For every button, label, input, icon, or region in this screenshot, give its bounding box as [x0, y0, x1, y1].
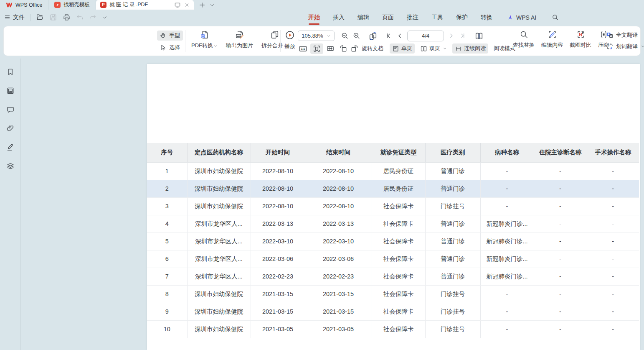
- word-translate-button[interactable]: 字A 划词翻译: [605, 42, 644, 51]
- table-cell: 深圳市妇幼保健院: [187, 180, 251, 197]
- rotate-pages-icon[interactable]: [368, 31, 378, 41]
- table-cell: 2: [147, 180, 187, 197]
- table-cell: 门诊挂号: [425, 285, 480, 303]
- table-cell: -: [534, 320, 587, 338]
- rotate-doc-label[interactable]: 旋转文档: [362, 45, 383, 52]
- table-cell: -: [587, 285, 639, 303]
- col-header: 结束时间: [305, 143, 372, 162]
- attachments-panel-button[interactable]: [5, 123, 16, 134]
- table-cell: 深圳市妇幼保健院: [187, 285, 251, 303]
- first-page-icon[interactable]: [385, 32, 393, 39]
- menu-protect[interactable]: 保护: [456, 11, 468, 24]
- zoom-level-select[interactable]: 105.88%: [298, 31, 335, 41]
- table-cell: 深圳市龙华区人...: [187, 268, 251, 285]
- select-tool-button[interactable]: 选择: [157, 43, 183, 53]
- export-image-button[interactable]: 输出为图片: [226, 26, 253, 49]
- undo-icon[interactable]: [76, 14, 84, 21]
- comments-panel-button[interactable]: [5, 104, 16, 115]
- print-icon[interactable]: [63, 13, 71, 21]
- zoom-out-icon[interactable]: [341, 32, 349, 40]
- edit-content-icon: [548, 30, 557, 39]
- page-number-input[interactable]: 4/4: [407, 31, 444, 41]
- comment-icon: [6, 105, 15, 114]
- continuous-read-button[interactable]: 连续阅读: [452, 43, 488, 54]
- table-cell: 2022-03-06: [305, 250, 372, 268]
- pdf-page[interactable]: 序号 定点医药机构名称 开始时间 结束时间 就诊凭证类型 医疗类别 病种名称 住…: [147, 64, 640, 350]
- bookmarks-panel-button[interactable]: [5, 66, 16, 77]
- docer-icon: [54, 2, 61, 8]
- read-mode-book-icon[interactable]: [474, 31, 484, 41]
- window-tab-bar: WPS Office 找稻壳模板 P 就 医 记 录 .PDF: [0, 0, 644, 10]
- split-merge-icon: [270, 30, 279, 39]
- table-cell: 3: [147, 197, 187, 215]
- open-file-icon[interactable]: [36, 13, 44, 21]
- prev-page-icon[interactable]: [396, 32, 403, 39]
- fit-page-icon: [313, 45, 321, 53]
- table-cell: 8: [147, 285, 187, 303]
- next-page-icon[interactable]: [448, 32, 455, 39]
- fit-page-button[interactable]: [310, 43, 323, 54]
- table-cell: -: [587, 250, 639, 268]
- menu-insert[interactable]: 插入: [332, 11, 345, 24]
- menu-edit[interactable]: 编辑: [357, 11, 370, 24]
- edit-content-button[interactable]: 编辑内容: [541, 26, 563, 49]
- rotate-left-icon[interactable]: [339, 44, 347, 53]
- thumbnails-panel-button[interactable]: [5, 85, 16, 96]
- table-cell: 普通门诊: [425, 180, 480, 197]
- pdf-convert-button[interactable]: W PDF转换: [191, 26, 218, 49]
- monitor-icon[interactable]: [174, 2, 181, 8]
- signature-panel-button[interactable]: [5, 142, 16, 153]
- table-cell: -: [534, 285, 587, 303]
- table-cell: 2022-08-10: [305, 197, 372, 215]
- col-header: 就诊凭证类型: [372, 143, 425, 162]
- tab-wps-office[interactable]: WPS Office: [0, 0, 48, 10]
- split-merge-button[interactable]: 拆分合并: [261, 26, 288, 49]
- save-icon[interactable]: [49, 13, 57, 21]
- menu-comment[interactable]: 批注: [406, 11, 419, 24]
- table-cell: -: [534, 250, 587, 268]
- read-mode-label[interactable]: 阅读模式: [494, 45, 515, 52]
- single-page-button[interactable]: 单页: [390, 43, 415, 54]
- table-cell: 深圳市妇幼保健院: [187, 303, 251, 320]
- table-cell: 社会保障卡: [372, 215, 425, 232]
- layers-panel-button[interactable]: [5, 161, 16, 171]
- play-button[interactable]: 播放: [284, 26, 295, 50]
- menu-tools[interactable]: 工具: [431, 11, 444, 24]
- tab-docer-templates[interactable]: 找稻壳模板: [48, 0, 96, 10]
- menu-home[interactable]: 开始: [308, 11, 320, 24]
- file-menu-button[interactable]: 文件: [4, 14, 25, 21]
- quick-access-toolbar: 文件: [4, 10, 107, 25]
- table-cell: 2021-03-05: [305, 320, 372, 338]
- edit-tools-group: 查找替换 编辑内容 截图对比 压缩: [513, 26, 609, 49]
- menu-pages[interactable]: 页面: [382, 11, 394, 24]
- table-cell: -: [534, 180, 587, 197]
- edit-content-label: 编辑内容: [541, 41, 563, 49]
- divider: [185, 30, 185, 52]
- find-replace-button[interactable]: 查找替换: [513, 26, 535, 49]
- redo-icon[interactable]: [89, 14, 96, 21]
- double-page-button[interactable]: 双页: [418, 43, 449, 54]
- table-cell: -: [534, 232, 587, 250]
- fit-width-icon[interactable]: [326, 44, 335, 53]
- zoom-in-icon[interactable]: [352, 32, 360, 40]
- tab-list-chevron-icon[interactable]: [210, 3, 215, 8]
- close-tab-icon[interactable]: [184, 2, 190, 8]
- zoom-level-value: 105.88%: [302, 33, 323, 39]
- more-commands-chevron-icon[interactable]: [102, 15, 107, 20]
- hand-tool-button[interactable]: 手型: [157, 31, 183, 41]
- menu-convert[interactable]: 转换: [480, 11, 493, 24]
- screenshot-compare-button[interactable]: 截图对比: [570, 26, 591, 49]
- actual-size-icon[interactable]: 1:1: [299, 44, 307, 53]
- new-tab-icon[interactable]: [199, 2, 205, 8]
- tab-document-pdf[interactable]: P 就 医 记 录 .PDF: [96, 0, 194, 10]
- rotate-right-icon[interactable]: [350, 44, 359, 53]
- pdf-convert-label: PDF转换: [191, 42, 213, 49]
- menu-search-icon[interactable]: [552, 14, 559, 21]
- table-cell: 普通门诊: [425, 250, 480, 268]
- table-cell: 深圳市妇幼保健院: [187, 320, 251, 338]
- full-translate-button[interactable]: A字 全文翻译: [605, 31, 644, 39]
- table-cell: 深圳市龙华区人...: [187, 215, 251, 232]
- wps-ai-button[interactable]: WPS AI: [507, 14, 536, 21]
- table-cell: -: [534, 162, 587, 180]
- last-page-icon[interactable]: [459, 32, 466, 39]
